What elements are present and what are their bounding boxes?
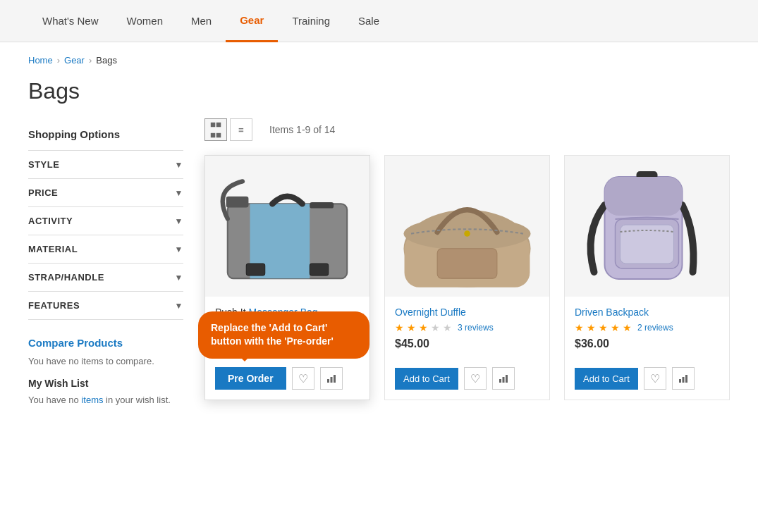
- wishlist-text: You have no items in your wish list.: [28, 395, 183, 405]
- wishlist-button[interactable]: ♡: [464, 367, 487, 390]
- product-name-link[interactable]: Overnight Duffle: [395, 307, 466, 318]
- compare-text: You have no items to compare.: [28, 356, 183, 366]
- star-rating: ★★★★★3 reviews: [395, 322, 539, 333]
- svg-point-14: [464, 230, 470, 236]
- product-info: Driven Backpack ★★★★★2 reviews $36.00: [565, 297, 729, 367]
- breadcrumb-separator-1: ›: [57, 55, 60, 66]
- pre-order-button[interactable]: Pre Order: [215, 367, 286, 390]
- sidebar: Shopping Options STYLE ▼ PRICE ▼ ACTIVIT…: [28, 118, 183, 405]
- filter-label: ACTIVITY: [28, 216, 73, 226]
- filter-activity[interactable]: ACTIVITY ▼: [28, 207, 183, 235]
- product-card-push-it: Push It Messenger Bag ★★★★★3 reviews $45…: [204, 155, 370, 400]
- star-filled: ★: [611, 322, 620, 333]
- star-empty: ★: [443, 322, 452, 333]
- filter-features[interactable]: FEATURES ▼: [28, 292, 183, 320]
- list-view-button[interactable]: ≡: [230, 118, 252, 141]
- add-to-cart-button[interactable]: Add to Cart: [575, 368, 638, 390]
- wishlist-text-before: You have no: [28, 395, 81, 405]
- star-filled: ★: [395, 322, 404, 333]
- svg-rect-9: [334, 375, 336, 383]
- product-image: [565, 156, 729, 297]
- product-content: ■■■■ ≡ Items 1-9 of 14 Push It Messeng: [204, 118, 730, 405]
- filter-style[interactable]: STYLE ▼: [28, 151, 183, 179]
- page-title: Bags: [0, 71, 758, 118]
- chevron-down-icon: ▼: [175, 188, 183, 198]
- chevron-down-icon: ▼: [175, 301, 183, 311]
- svg-rect-8: [330, 377, 332, 383]
- svg-rect-17: [506, 375, 508, 383]
- nav-item-gear[interactable]: Gear: [226, 0, 278, 42]
- product-card-overnight: Overnight Duffle ★★★★★3 reviews $45.00 A…: [384, 155, 550, 400]
- filter-strap-handle[interactable]: STRAP/HANDLE ▼: [28, 264, 183, 292]
- breadcrumb-separator-2: ›: [89, 55, 92, 66]
- chevron-down-icon: ▼: [175, 245, 183, 254]
- star-filled: ★: [575, 322, 584, 333]
- compare-button[interactable]: [492, 367, 515, 390]
- filter-label: STYLE: [28, 159, 59, 170]
- nav-item-whats-new[interactable]: What's New: [28, 0, 113, 42]
- product-card-driven: Driven Backpack ★★★★★2 reviews $36.00 Ad…: [564, 155, 730, 400]
- svg-rect-26: [685, 375, 687, 383]
- star-filled: ★: [587, 322, 596, 333]
- nav-item-training[interactable]: Training: [278, 0, 344, 42]
- product-actions: Add to Cart ♡: [385, 367, 549, 400]
- filter-label: STRAP/HANDLE: [28, 272, 104, 283]
- chevron-down-icon: ▼: [175, 160, 183, 170]
- filter-label: MATERIAL: [28, 244, 78, 254]
- breadcrumb-gear[interactable]: Gear: [64, 55, 85, 66]
- product-grid: Push It Messenger Bag ★★★★★3 reviews $45…: [204, 155, 730, 400]
- wishlist-text-after: in your wish list.: [104, 395, 171, 405]
- filter-header[interactable]: ACTIVITY ▼: [28, 207, 183, 235]
- svg-rect-15: [499, 379, 501, 383]
- filter-header[interactable]: MATERIAL ▼: [28, 235, 183, 263]
- product-info: Overnight Duffle ★★★★★3 reviews $45.00: [385, 297, 549, 367]
- svg-rect-7: [327, 379, 329, 383]
- filter-material[interactable]: MATERIAL ▼: [28, 235, 183, 264]
- compare-button[interactable]: [320, 367, 343, 390]
- star-rating: ★★★★★2 reviews: [575, 322, 719, 333]
- main-layout: Shopping Options STYLE ▼ PRICE ▼ ACTIVIT…: [0, 118, 758, 433]
- compare-title: Compare Products: [28, 337, 183, 349]
- filter-header[interactable]: FEATURES ▼: [28, 292, 183, 319]
- breadcrumb: Home › Gear › Bags: [0, 42, 758, 71]
- review-count[interactable]: 2 reviews: [637, 323, 673, 333]
- product-actions: Add to Cart ♡: [565, 367, 729, 400]
- svg-rect-6: [310, 264, 328, 276]
- chevron-down-icon: ▼: [175, 216, 183, 226]
- svg-rect-13: [437, 249, 497, 278]
- product-image: [205, 156, 369, 297]
- svg-rect-3: [226, 197, 249, 208]
- nav-item-women[interactable]: Women: [113, 0, 177, 42]
- breadcrumb-home[interactable]: Home: [28, 55, 53, 66]
- wishlist-link[interactable]: items: [81, 395, 103, 405]
- filter-price[interactable]: PRICE ▼: [28, 179, 183, 207]
- grid-view-button[interactable]: ■■■■: [204, 118, 227, 141]
- chevron-down-icon: ▼: [175, 273, 183, 283]
- wishlist-button[interactable]: ♡: [644, 367, 666, 390]
- svg-rect-25: [682, 377, 684, 383]
- star-empty: ★: [431, 322, 440, 333]
- nav-item-men[interactable]: Men: [177, 0, 226, 42]
- filter-header[interactable]: PRICE ▼: [28, 179, 183, 206]
- nav-item-sale[interactable]: Sale: [344, 0, 393, 42]
- star-filled: ★: [407, 322, 416, 333]
- filter-label: PRICE: [28, 187, 58, 198]
- wishlist-button[interactable]: ♡: [292, 367, 314, 390]
- add-to-cart-button[interactable]: Add to Cart: [395, 368, 458, 390]
- compare-button[interactable]: [672, 367, 695, 390]
- filter-header[interactable]: STRAP/HANDLE ▼: [28, 264, 183, 291]
- product-price: $36.00: [575, 338, 719, 350]
- product-name-link[interactable]: Driven Backpack: [575, 307, 649, 318]
- star-filled: ★: [599, 322, 608, 333]
- svg-rect-4: [310, 202, 334, 208]
- svg-rect-5: [246, 264, 264, 276]
- svg-rect-16: [502, 377, 504, 383]
- top-navigation: What's NewWomenMenGearTrainingSale: [0, 0, 758, 42]
- compare-section: Compare Products You have no items to co…: [28, 337, 183, 405]
- star-filled: ★: [419, 322, 428, 333]
- view-buttons: ■■■■ ≡: [204, 118, 252, 141]
- review-count[interactable]: 3 reviews: [458, 323, 494, 333]
- filter-header[interactable]: STYLE ▼: [28, 151, 183, 178]
- tooltip-bubble: Replace the 'Add to Cart' button with th…: [198, 311, 369, 359]
- filter-label: FEATURES: [28, 300, 80, 311]
